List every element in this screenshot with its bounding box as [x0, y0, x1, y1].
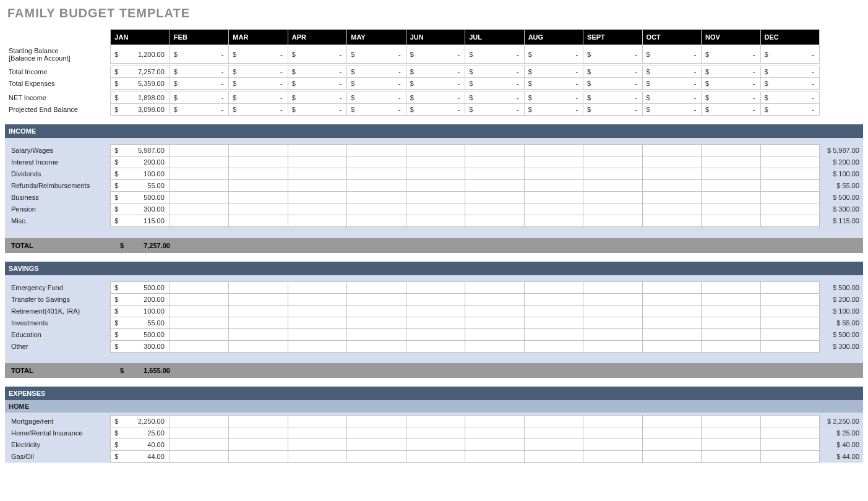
money-cell[interactable]: $- — [229, 66, 288, 78]
money-cell[interactable] — [229, 215, 288, 227]
money-cell[interactable]: $- — [229, 78, 288, 90]
money-cell[interactable]: $- — [288, 92, 346, 104]
money-cell[interactable] — [583, 203, 642, 215]
money-cell[interactable]: $115.00 — [111, 215, 170, 227]
money-cell[interactable] — [229, 168, 288, 180]
money-cell[interactable] — [642, 427, 701, 439]
money-cell[interactable] — [524, 293, 583, 305]
money-cell[interactable] — [524, 427, 583, 439]
money-cell[interactable] — [229, 427, 288, 439]
money-cell[interactable] — [347, 281, 406, 293]
money-cell[interactable] — [702, 293, 760, 305]
money-cell[interactable] — [170, 328, 228, 340]
money-cell[interactable] — [583, 281, 642, 293]
money-cell[interactable] — [465, 293, 524, 305]
money-cell[interactable] — [229, 328, 288, 340]
money-cell[interactable]: $- — [702, 92, 760, 104]
money-cell[interactable] — [524, 340, 583, 352]
money-cell[interactable] — [288, 427, 346, 439]
money-cell[interactable] — [406, 439, 465, 451]
money-cell[interactable]: $- — [229, 104, 288, 116]
money-cell[interactable]: $- — [760, 104, 819, 116]
money-cell[interactable]: $- — [465, 45, 524, 64]
money-cell[interactable]: $- — [170, 45, 228, 64]
money-cell[interactable] — [583, 145, 642, 156]
money-cell[interactable] — [524, 215, 583, 227]
money-cell[interactable]: $- — [406, 78, 465, 90]
money-cell[interactable]: $- — [465, 104, 524, 116]
money-cell[interactable]: $3,098.00 — [111, 104, 170, 116]
money-cell[interactable]: $- — [347, 78, 406, 90]
money-cell[interactable]: $300.00 — [111, 203, 170, 215]
money-cell[interactable]: $- — [465, 92, 524, 104]
money-cell[interactable] — [170, 305, 228, 317]
money-cell[interactable] — [760, 168, 819, 180]
money-cell[interactable] — [465, 180, 524, 192]
money-cell[interactable] — [229, 439, 288, 451]
money-cell[interactable] — [465, 439, 524, 451]
money-cell[interactable]: $- — [170, 92, 228, 104]
money-cell[interactable] — [702, 145, 760, 156]
money-cell[interactable]: $- — [347, 45, 406, 64]
money-cell[interactable] — [524, 317, 583, 328]
money-cell[interactable] — [642, 192, 701, 203]
money-cell[interactable] — [229, 145, 288, 156]
money-cell[interactable]: $- — [583, 45, 642, 64]
money-cell[interactable] — [347, 203, 406, 215]
money-cell[interactable] — [524, 451, 583, 463]
money-cell[interactable] — [170, 168, 228, 180]
money-cell[interactable] — [583, 439, 642, 451]
money-cell[interactable]: $- — [406, 45, 465, 64]
money-cell[interactable] — [465, 156, 524, 168]
money-cell[interactable]: $- — [406, 92, 465, 104]
money-cell[interactable]: $500.00 — [111, 281, 170, 293]
money-cell[interactable] — [288, 281, 346, 293]
money-cell[interactable] — [642, 203, 701, 215]
money-cell[interactable] — [583, 156, 642, 168]
money-cell[interactable] — [347, 317, 406, 328]
money-cell[interactable] — [702, 439, 760, 451]
money-cell[interactable]: $- — [583, 92, 642, 104]
money-cell[interactable] — [583, 305, 642, 317]
money-cell[interactable] — [288, 293, 346, 305]
money-cell[interactable] — [524, 203, 583, 215]
money-cell[interactable] — [642, 180, 701, 192]
money-cell[interactable] — [465, 145, 524, 156]
money-cell[interactable] — [229, 317, 288, 328]
money-cell[interactable] — [406, 215, 465, 227]
money-cell[interactable] — [288, 180, 346, 192]
money-cell[interactable]: $- — [642, 104, 701, 116]
money-cell[interactable] — [524, 180, 583, 192]
money-cell[interactable] — [406, 328, 465, 340]
money-cell[interactable] — [760, 317, 819, 328]
money-cell[interactable] — [760, 451, 819, 463]
money-cell[interactable] — [524, 156, 583, 168]
money-cell[interactable]: $- — [170, 104, 228, 116]
money-cell[interactable] — [406, 427, 465, 439]
money-cell[interactable] — [347, 168, 406, 180]
money-cell[interactable] — [465, 281, 524, 293]
money-cell[interactable]: $- — [524, 92, 583, 104]
money-cell[interactable] — [760, 427, 819, 439]
money-cell[interactable]: $5,359.00 — [111, 78, 170, 90]
money-cell[interactable] — [288, 305, 346, 317]
money-cell[interactable] — [170, 317, 228, 328]
money-cell[interactable] — [583, 340, 642, 352]
money-cell[interactable] — [642, 451, 701, 463]
money-cell[interactable] — [170, 180, 228, 192]
money-cell[interactable] — [347, 439, 406, 451]
money-cell[interactable] — [760, 340, 819, 352]
money-cell[interactable]: $- — [760, 45, 819, 64]
money-cell[interactable] — [524, 328, 583, 340]
money-cell[interactable] — [406, 203, 465, 215]
money-cell[interactable] — [642, 293, 701, 305]
money-cell[interactable] — [288, 340, 346, 352]
money-cell[interactable] — [347, 416, 406, 427]
money-cell[interactable] — [583, 416, 642, 427]
money-cell[interactable] — [347, 427, 406, 439]
money-cell[interactable] — [760, 328, 819, 340]
money-cell[interactable]: $- — [760, 78, 819, 90]
money-cell[interactable] — [702, 192, 760, 203]
money-cell[interactable] — [288, 317, 346, 328]
money-cell[interactable] — [583, 451, 642, 463]
